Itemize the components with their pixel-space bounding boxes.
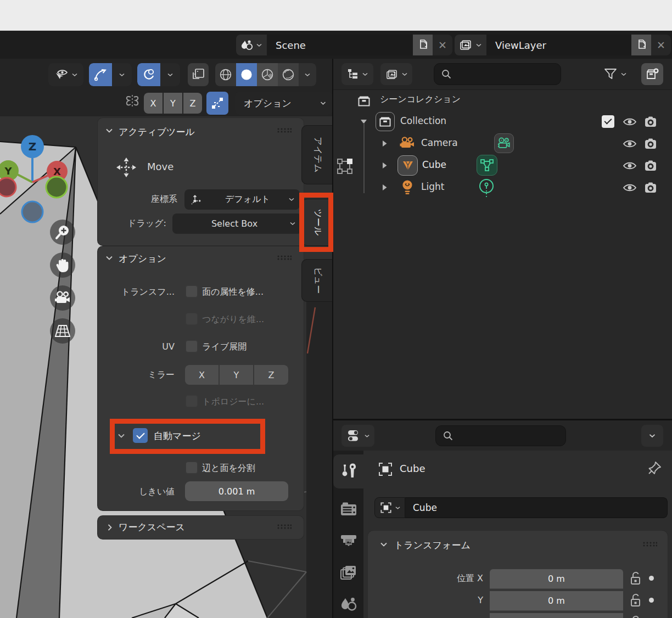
- disclosure-collapsed-icon[interactable]: [382, 140, 388, 147]
- tab-viewlayer-properties[interactable]: [340, 565, 357, 581]
- panel-grip-icon[interactable]: [277, 128, 292, 133]
- eye-icon[interactable]: [623, 139, 637, 149]
- shading-dropdown[interactable]: [299, 63, 316, 86]
- ortho-grid-button[interactable]: [50, 318, 75, 344]
- collection-exclude-checkbox[interactable]: [602, 115, 614, 128]
- auto-merge-label[interactable]: 自動マージ: [154, 430, 201, 442]
- light-row[interactable]: Light: [333, 177, 672, 199]
- tab-render-properties[interactable]: [340, 501, 357, 518]
- navigation-gizmo[interactable]: Z Y X: [0, 132, 77, 225]
- tab-view[interactable]: ビュー: [301, 259, 332, 302]
- topology-mirror-checkbox[interactable]: [186, 395, 198, 407]
- mirror-option-z-button[interactable]: Z: [254, 365, 288, 385]
- unlock-icon[interactable]: [628, 592, 642, 609]
- camera-view-button[interactable]: [50, 285, 75, 311]
- properties-options-button[interactable]: [641, 425, 663, 447]
- eye-icon[interactable]: [623, 183, 637, 193]
- split-edges-label[interactable]: 辺と面を分割: [202, 463, 255, 474]
- viewlayer-name-field[interactable]: ViewLayer: [486, 35, 631, 55]
- live-unwrap-label[interactable]: ライブ展開: [202, 341, 247, 353]
- collection-name[interactable]: Collection: [400, 115, 446, 126]
- pan-button[interactable]: [50, 252, 75, 278]
- workspace-panel-title[interactable]: ワークスペース: [119, 521, 185, 533]
- threshold-field[interactable]: 0.001 m: [185, 481, 288, 501]
- viewlayer-duplicate-button[interactable]: [631, 35, 651, 55]
- scene-duplicate-button[interactable]: [413, 35, 433, 55]
- collapse-chevron-icon[interactable]: [105, 128, 113, 133]
- shading-wireframe-button[interactable]: [215, 63, 236, 86]
- location-y-field[interactable]: 0 m: [490, 591, 623, 611]
- viewlayer-browse-button[interactable]: [455, 35, 486, 55]
- tab-item[interactable]: アイテム: [301, 125, 332, 184]
- collapse-chevron-icon[interactable]: [380, 542, 388, 547]
- outliner-filter-button[interactable]: [603, 65, 626, 83]
- animate-dot-icon[interactable]: [649, 598, 654, 603]
- zoom-button[interactable]: [50, 220, 75, 245]
- viewlayer-remove-button[interactable]: ✕: [651, 35, 671, 55]
- mirror-y-header-button[interactable]: Y: [164, 93, 182, 114]
- rotate-snap-dropdown[interactable]: [160, 63, 180, 86]
- render-camera-icon[interactable]: [644, 116, 657, 128]
- correct-face-attributes-checkbox[interactable]: [186, 285, 198, 297]
- tab-tool-properties[interactable]: [333, 454, 363, 488]
- snap-proportional-button[interactable]: [206, 92, 228, 115]
- unlock-icon[interactable]: [628, 570, 642, 587]
- expand-chevron-icon[interactable]: [107, 524, 113, 531]
- eye-icon[interactable]: [623, 117, 637, 127]
- mesh-data-badge[interactable]: [477, 155, 497, 176]
- shading-solid-button[interactable]: [236, 63, 257, 86]
- camera-row[interactable]: Camera: [333, 133, 672, 155]
- render-camera-icon[interactable]: [644, 138, 657, 150]
- collection-row[interactable]: Collection: [333, 111, 672, 133]
- selectability-button[interactable]: [48, 63, 83, 86]
- animate-dot-icon[interactable]: [649, 576, 654, 581]
- scene-name-field[interactable]: Scene: [267, 35, 413, 55]
- camera-data-badge[interactable]: [494, 133, 514, 153]
- cube-name[interactable]: Cube: [422, 159, 446, 170]
- proportional-falloff-button[interactable]: [89, 63, 112, 86]
- collapse-chevron-icon[interactable]: [105, 255, 113, 261]
- shading-rendered-button[interactable]: [278, 63, 299, 86]
- object-name-field[interactable]: Cube: [405, 497, 668, 518]
- render-camera-icon[interactable]: [644, 182, 657, 194]
- unlock-icon[interactable]: [628, 614, 642, 618]
- pin-icon[interactable]: [648, 460, 662, 476]
- breadcrumb-object-name[interactable]: Cube: [400, 463, 425, 474]
- live-unwrap-checkbox[interactable]: [186, 340, 198, 352]
- transform-panel-title[interactable]: トランスフォーム: [394, 539, 471, 552]
- cube-row[interactable]: Cube: [333, 155, 672, 177]
- options-dropdown[interactable]: オプション: [235, 92, 333, 115]
- mirror-option-x-button[interactable]: X: [185, 365, 219, 385]
- keep-connected-checkbox[interactable]: [186, 313, 198, 325]
- shading-material-button[interactable]: [257, 63, 278, 86]
- location-x-field[interactable]: 0 m: [490, 569, 623, 589]
- correct-face-attributes-label[interactable]: 面の属性を修...: [202, 286, 264, 298]
- panel-grip-icon[interactable]: [277, 255, 292, 260]
- panel-grip-icon[interactable]: [642, 542, 657, 547]
- eye-icon[interactable]: [623, 161, 637, 171]
- location-z-field[interactable]: 0 m: [490, 613, 623, 618]
- proportional-falloff-dropdown[interactable]: [112, 63, 132, 86]
- properties-search-field[interactable]: [435, 425, 566, 446]
- tab-tool[interactable]: ツール: [301, 199, 332, 246]
- camera-name[interactable]: Camera: [421, 137, 458, 148]
- object-id-browse-button[interactable]: [374, 497, 405, 518]
- auto-merge-checkbox[interactable]: [133, 428, 148, 443]
- active-tool-name[interactable]: Move: [147, 161, 173, 172]
- rotate-snap-button[interactable]: [137, 63, 160, 86]
- light-name[interactable]: Light: [421, 181, 444, 192]
- light-data-icon[interactable]: [478, 178, 495, 198]
- scene-collection-row[interactable]: シーンコレクション: [333, 90, 672, 112]
- tab-scene-properties[interactable]: [340, 597, 357, 613]
- new-collection-button[interactable]: [641, 63, 663, 85]
- scene-browse-button[interactable]: [236, 35, 267, 55]
- tab-output-properties[interactable]: [340, 533, 357, 549]
- panel-grip-icon[interactable]: [277, 524, 292, 529]
- gizmo-toggle-button[interactable]: [188, 63, 209, 86]
- properties-editor-type-button[interactable]: [341, 425, 374, 447]
- active-tool-panel-title[interactable]: アクティブツール: [119, 126, 195, 138]
- mirror-option-y-button[interactable]: Y: [220, 365, 253, 385]
- split-edges-checkbox[interactable]: [186, 462, 198, 474]
- drag-dropdown[interactable]: Select Box: [172, 214, 302, 234]
- outliner-search-field[interactable]: [434, 63, 561, 85]
